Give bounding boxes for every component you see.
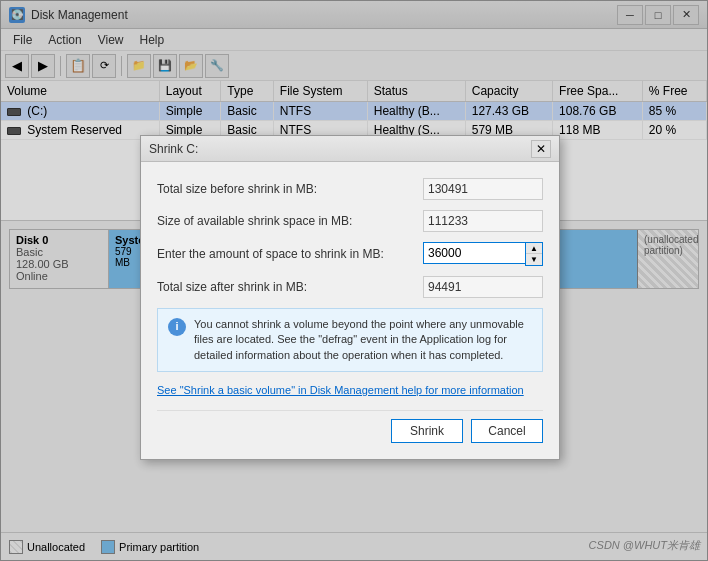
field-value-4 <box>423 276 543 298</box>
spinner-up-button[interactable]: ▲ <box>526 243 542 254</box>
form-row-3: Enter the amount of space to shrink in M… <box>157 242 543 266</box>
field-label-1: Total size before shrink in MB: <box>157 182 423 196</box>
field-label-2: Size of available shrink space in MB: <box>157 214 423 228</box>
field-label-3: Enter the amount of space to shrink in M… <box>157 247 423 261</box>
field-label-4: Total size after shrink in MB: <box>157 280 423 294</box>
modal-overlay: Shrink C: ✕ Total size before shrink in … <box>0 0 708 561</box>
form-row-4: Total size after shrink in MB: <box>157 276 543 298</box>
shrink-amount-input[interactable] <box>423 242 525 264</box>
form-row-1: Total size before shrink in MB: <box>157 178 543 200</box>
help-link[interactable]: See "Shrink a basic volume" in Disk Mana… <box>157 384 543 396</box>
shrink-input-wrap: ▲ ▼ <box>423 242 543 266</box>
dialog-footer: Shrink Cancel <box>157 410 543 443</box>
info-text: You cannot shrink a volume beyond the po… <box>194 317 532 363</box>
cancel-button[interactable]: Cancel <box>471 419 543 443</box>
form-row-2: Size of available shrink space in MB: <box>157 210 543 232</box>
spinner-buttons: ▲ ▼ <box>525 242 543 266</box>
dialog-title: Shrink C: <box>149 142 531 156</box>
dialog-title-bar: Shrink C: ✕ <box>141 136 559 162</box>
field-value-1 <box>423 178 543 200</box>
info-box: i You cannot shrink a volume beyond the … <box>157 308 543 372</box>
spinner-down-button[interactable]: ▼ <box>526 254 542 265</box>
dialog-body: Total size before shrink in MB: Size of … <box>141 162 559 459</box>
shrink-dialog: Shrink C: ✕ Total size before shrink in … <box>140 135 560 460</box>
shrink-button[interactable]: Shrink <box>391 419 463 443</box>
field-value-2 <box>423 210 543 232</box>
info-icon: i <box>168 318 186 336</box>
dialog-close-button[interactable]: ✕ <box>531 140 551 158</box>
